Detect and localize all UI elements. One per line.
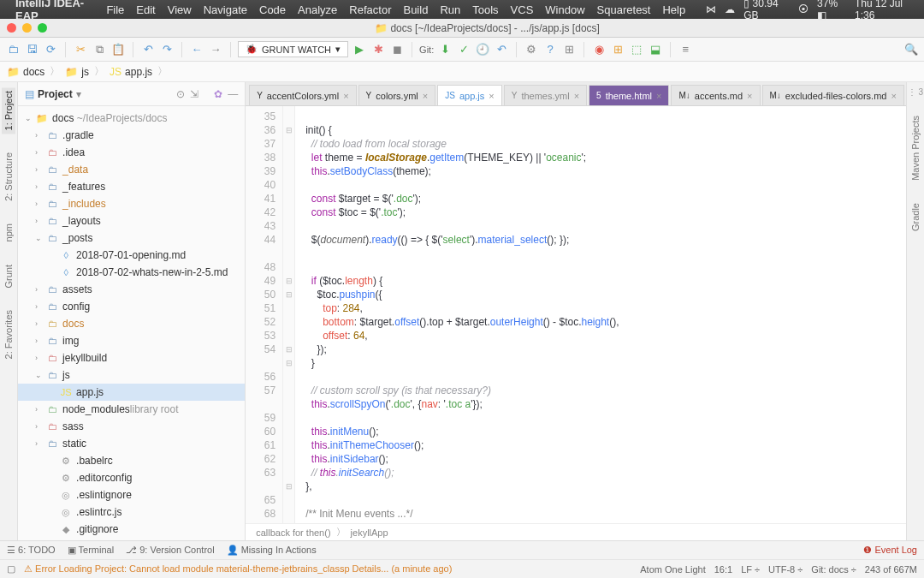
status-line-sep[interactable]: LF ÷: [741, 564, 760, 575]
menu-help[interactable]: Help: [662, 3, 685, 16]
help-icon[interactable]: ?: [542, 42, 558, 57]
scroll-from-source-icon[interactable]: ⊙: [176, 88, 185, 100]
tree-node[interactable]: ◎.eslintrc.js: [18, 504, 245, 521]
tree-node[interactable]: ›🗀jekyllbuild: [18, 349, 245, 366]
tool-tab-grunt[interactable]: Grunt: [2, 261, 15, 292]
tree-node[interactable]: ◎.eslintignore: [18, 486, 245, 504]
bowtie-icon[interactable]: ⋈: [706, 3, 716, 15]
tree-node[interactable]: ◊2018-07-02-whats-new-in-2-5.md: [18, 264, 245, 281]
alm-icon[interactable]: ⊞: [561, 42, 577, 57]
tree-node[interactable]: ⚙.editorconfig: [18, 469, 245, 486]
editor-tab[interactable]: Ythemes.yml×: [504, 85, 587, 105]
menu-window[interactable]: Window: [545, 3, 584, 16]
menu-squaretest[interactable]: Squaretest: [597, 3, 651, 16]
tool-vcs[interactable]: ⎇ 9: Version Control: [126, 545, 215, 556]
open-icon[interactable]: 🗀: [5, 42, 21, 57]
editor-tab[interactable]: JSapp.js×: [437, 85, 501, 105]
editor-tab[interactable]: M↓excluded-files-colors.md×: [762, 85, 904, 105]
menu-tools[interactable]: Tools: [472, 3, 498, 16]
menu-code[interactable]: Code: [259, 3, 286, 16]
tool-tab-gradle[interactable]: Gradle: [909, 200, 922, 235]
tree-node[interactable]: ›🗀_data: [18, 161, 245, 178]
battery-status[interactable]: 37% ◧: [817, 0, 846, 21]
tree-node[interactable]: ≡.jekyll-metadata: [18, 538, 245, 540]
menu-build[interactable]: Build: [403, 3, 428, 16]
status-error[interactable]: ⚠ Error Loading Project: Cannot load mod…: [24, 563, 452, 575]
window-maximize[interactable]: [38, 23, 47, 33]
tree-node[interactable]: ›🗀_features: [18, 178, 245, 195]
tab-close-icon[interactable]: ×: [423, 91, 428, 101]
tree-node[interactable]: ⌄🗀_posts: [18, 229, 245, 247]
tool-terminal[interactable]: ▣ Terminal: [68, 545, 114, 556]
tab-close-icon[interactable]: ×: [891, 91, 896, 101]
crumb-root[interactable]: 📁 docs: [7, 66, 44, 78]
back-icon[interactable]: ←: [189, 42, 204, 57]
vcs-revert-icon[interactable]: ↶: [494, 42, 509, 57]
tree-node[interactable]: ›🗀_layouts: [18, 212, 245, 229]
menu-edit[interactable]: Edit: [136, 3, 155, 16]
tool-tab-favorites[interactable]: 2: Favorites: [2, 307, 15, 362]
status-encoding[interactable]: UTF-8 ÷: [768, 564, 803, 575]
status-theme[interactable]: Atom One Light: [640, 564, 705, 575]
tree-node[interactable]: JSapp.js: [18, 384, 245, 401]
tree-node[interactable]: ›🗀.idea: [18, 144, 245, 161]
tab-close-icon[interactable]: ×: [343, 91, 348, 101]
toolbar-overflow-icon[interactable]: ≡: [678, 42, 693, 57]
status-git[interactable]: Git: docs ÷: [811, 564, 856, 575]
tab-close-icon[interactable]: ×: [747, 91, 752, 101]
crumb-folder[interactable]: 📁 js: [65, 66, 89, 78]
tree-node[interactable]: ›🗀.gradle: [18, 127, 245, 144]
menu-vcs[interactable]: VCS: [511, 3, 534, 16]
tool-mia[interactable]: 👤 Missing In Actions: [227, 545, 317, 556]
paste-icon[interactable]: 📋: [110, 42, 126, 57]
collapse-all-icon[interactable]: ⇲: [190, 88, 198, 100]
cloud-icon[interactable]: ☁: [725, 3, 735, 15]
cut-icon[interactable]: ✂: [73, 42, 88, 57]
tree-node[interactable]: ›🗀_includes: [18, 195, 245, 212]
crumb-file[interactable]: JS app.js: [110, 66, 152, 78]
vcs-commit-icon[interactable]: ✓: [456, 42, 471, 57]
menu-run[interactable]: Run: [440, 3, 460, 16]
window-close[interactable]: [7, 23, 16, 33]
tool-tab-project[interactable]: 1: Project: [2, 87, 15, 134]
clock[interactable]: Thu 12 Jul 1:36: [855, 0, 917, 21]
menu-view[interactable]: View: [168, 3, 192, 16]
fold-gutter[interactable]: ⊟⊟⊟⊟⊟⊟⊟⊟: [283, 106, 295, 523]
tool-tab-npm[interactable]: npm: [2, 220, 15, 245]
tab-close-icon[interactable]: ×: [574, 91, 579, 101]
vcs-update-icon[interactable]: ⬇: [437, 42, 453, 57]
mt-accent-icon[interactable]: ◉: [591, 42, 607, 57]
menu-refactor[interactable]: Refactor: [349, 3, 391, 16]
tree-node[interactable]: ⚙.babelrc: [18, 452, 245, 469]
editor-tab[interactable]: YaccentColors.yml×: [249, 85, 356, 105]
tab-close-icon[interactable]: ×: [656, 91, 661, 101]
project-tree[interactable]: ⌄📁 docs ~/IdeaProjects/docs ›🗀.gradle›🗀.…: [18, 106, 245, 540]
hide-icon[interactable]: —: [228, 88, 238, 100]
structure-crumbs[interactable]: callback for then() 〉 jekyllApp: [246, 523, 906, 540]
tab-close-icon[interactable]: ×: [489, 91, 494, 101]
search-everywhere-icon[interactable]: 🔍: [903, 42, 919, 57]
vcs-history-icon[interactable]: 🕘: [475, 42, 490, 57]
tool-tab-maven[interactable]: Maven Projects: [909, 112, 922, 184]
tree-node[interactable]: ›🗀node_modules library root: [18, 401, 245, 418]
status-memory[interactable]: 243 of 667M: [865, 564, 917, 575]
project-header-label[interactable]: Project: [38, 88, 73, 100]
line-gutter[interactable]: 3536373839404142434448495051525354565759…: [246, 106, 283, 523]
menu-analyze[interactable]: Analyze: [298, 3, 337, 16]
status-toggle-icon[interactable]: ▢: [7, 563, 15, 575]
tree-root[interactable]: ⌄📁 docs ~/IdeaProjects/docs: [18, 110, 245, 127]
redo-icon[interactable]: ↷: [159, 42, 175, 57]
editor-tab[interactable]: 5theme.html×: [589, 85, 669, 105]
run-icon[interactable]: ▶: [352, 42, 367, 57]
tree-node[interactable]: ⌄🗀js: [18, 366, 245, 384]
mt-theme-icon[interactable]: ⊞: [610, 42, 625, 57]
copy-icon[interactable]: ⧉: [92, 42, 107, 57]
status-caret[interactable]: 16:1: [714, 564, 732, 575]
tree-node[interactable]: ›🗀config: [18, 298, 245, 315]
settings-icon[interactable]: ⚙: [524, 42, 539, 57]
mt-extra-icon[interactable]: ⬓: [648, 42, 663, 57]
tool-todo[interactable]: ☰ 6: TODO: [7, 545, 56, 556]
run-config-selector[interactable]: 🐞GRUNT WATCH ▾: [238, 41, 348, 57]
editor-tab[interactable]: M↓accents.md×: [671, 85, 760, 105]
tree-node[interactable]: ›🗀sass: [18, 418, 245, 435]
